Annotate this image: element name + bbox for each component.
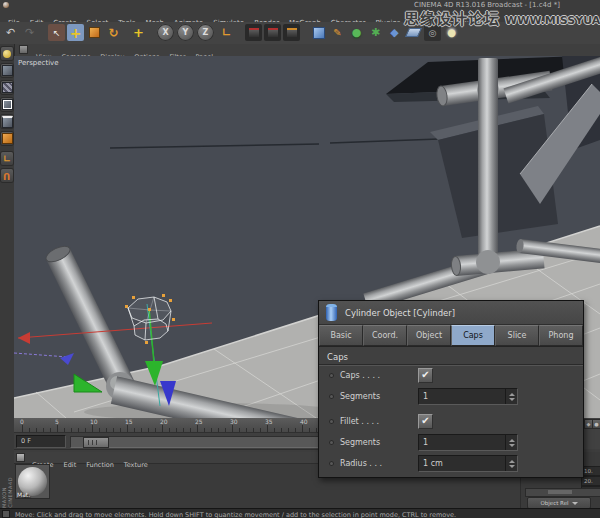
ruler-tick [64, 428, 65, 432]
fillet-segments-stepper[interactable]: 1 [418, 434, 518, 451]
axis-mode-icon[interactable] [1, 152, 13, 165]
material-menu-texture[interactable]: Texture [119, 459, 153, 469]
ruler-tick [78, 428, 79, 432]
anim-dot-icon[interactable] [329, 373, 334, 378]
snap-icon[interactable] [1, 169, 13, 182]
tab-basic[interactable]: Basic [319, 325, 363, 346]
ruler-tick [169, 428, 170, 432]
ruler-tick [141, 428, 142, 432]
deformer-icon[interactable] [386, 24, 403, 41]
ruler-tick [106, 428, 107, 432]
model-mode-icon[interactable] [1, 64, 13, 77]
current-frame-field[interactable]: 0 F [16, 435, 66, 448]
axis-x-label: X [162, 28, 168, 37]
live-selection-icon[interactable] [48, 24, 65, 41]
render-picture-viewer-icon[interactable] [264, 24, 281, 41]
fillet-segments-label: Segments [340, 438, 418, 447]
ruler-tick [36, 428, 37, 432]
ruler-tick [57, 425, 58, 432]
viewport-camera-label[interactable]: Perspective [18, 59, 59, 67]
ruler-tick [85, 428, 86, 432]
move-icon[interactable] [67, 24, 84, 41]
anim-dot-icon[interactable] [329, 394, 334, 399]
rotate-icon[interactable] [105, 24, 122, 41]
last-tool-icon[interactable] [130, 24, 147, 41]
fillet-checkbox[interactable]: ✔ [418, 414, 433, 429]
ruler-tick [274, 428, 275, 432]
tab-object[interactable]: Object [407, 325, 451, 346]
spinner-arrows-icon[interactable] [505, 389, 517, 404]
ruler-tick [113, 428, 114, 432]
attribute-panel-title: Cylinder Object [Cylinder] [345, 308, 455, 318]
spinner-arrows-icon[interactable] [505, 435, 517, 450]
make-editable-icon[interactable] [1, 47, 13, 60]
ruler-tick [204, 428, 205, 432]
ruler-tick [253, 428, 254, 432]
coordinates-scrollbar[interactable] [525, 488, 600, 497]
coordinate-system-icon[interactable] [218, 24, 235, 41]
axis-y-label: Y [183, 28, 189, 37]
ruler-tick [22, 425, 23, 432]
material-menu-function[interactable]: Function [81, 459, 119, 469]
tab-phong[interactable]: Phong [539, 325, 583, 346]
render-view-icon[interactable] [245, 24, 262, 41]
dropdown-arrow-icon [572, 502, 578, 505]
radius-row: Radius . . . 1 cm [319, 453, 583, 474]
axis-y-icon[interactable]: Y [177, 24, 194, 41]
material-manager-icon[interactable] [17, 454, 24, 461]
cap-segments-value[interactable]: 1 [419, 392, 505, 401]
material-thumbnail[interactable]: Mat. [16, 465, 49, 498]
timeline-slider-handle[interactable] [83, 437, 109, 448]
ruler-tick [148, 428, 149, 432]
tab-coord[interactable]: Coord. [363, 325, 407, 346]
caps-checkbox[interactable]: ✔ [418, 368, 433, 383]
status-text: Move: Click and drag to move elements. H… [15, 511, 456, 518]
anim-dot-icon[interactable] [329, 440, 334, 445]
ruler-tick [211, 428, 212, 432]
radius-stepper[interactable]: 1 cm [418, 455, 518, 472]
mograph-icon[interactable] [367, 24, 384, 41]
ruler-label: 40 [300, 418, 308, 425]
ruler-label: 20 [160, 418, 168, 425]
attribute-manager-panel: Cylinder Object [Cylinder] BasicCoord.Ob… [318, 300, 584, 478]
cap-segments-row: Segments 1 [319, 386, 583, 407]
point-mode-icon[interactable] [1, 98, 13, 111]
ruler-label: 15 [125, 418, 133, 425]
axis-x-icon[interactable]: X [157, 24, 174, 41]
coordinate-mode-label: Object Rel [540, 500, 568, 506]
edge-mode-icon[interactable] [1, 115, 13, 128]
watermark: 思缘设计论坛 WWW.MISSYUAN.COM [404, 7, 600, 28]
texture-mode-icon[interactable] [1, 81, 13, 94]
cap-segments-stepper[interactable]: 1 [418, 388, 518, 405]
subdivision-surface-icon[interactable] [348, 24, 365, 41]
attribute-panel-header[interactable]: Cylinder Object [Cylinder] [319, 301, 583, 325]
material-menu-edit[interactable]: Edit [59, 459, 82, 469]
primitive-cube-icon[interactable] [310, 24, 327, 41]
ruler-tick [218, 428, 219, 432]
branding-cinema4d: CINEMA4D [7, 477, 13, 508]
material-name: Mat. [17, 491, 30, 498]
tab-slice[interactable]: Slice [495, 325, 539, 346]
ruler-tick [309, 428, 310, 432]
keyframe-button[interactable]: ◆ [585, 420, 592, 428]
ruler-tick [295, 428, 296, 432]
anim-dot-icon[interactable] [329, 461, 334, 466]
ruler-tick [316, 428, 317, 432]
fillet-segments-value[interactable]: 1 [419, 438, 505, 447]
spinner-arrows-icon[interactable] [505, 456, 517, 471]
ruler-tick [127, 425, 128, 432]
scale-icon[interactable] [86, 24, 103, 41]
axis-z-icon[interactable]: Z [197, 24, 214, 41]
tab-caps[interactable]: Caps [451, 325, 495, 346]
radius-value[interactable]: 1 cm [419, 459, 505, 468]
anim-dot-icon[interactable] [329, 419, 334, 424]
spline-pen-icon[interactable] [329, 24, 346, 41]
ruler-label: 25 [195, 418, 203, 425]
caps-row: Caps . . . . ✔ [319, 365, 583, 386]
edit-render-settings-icon[interactable] [283, 24, 300, 41]
polygon-mode-icon[interactable] [1, 132, 13, 145]
redo-icon[interactable] [21, 24, 38, 41]
record-button[interactable]: ● [593, 420, 600, 428]
viewport-grid-icon[interactable] [20, 46, 27, 53]
undo-icon[interactable] [2, 24, 19, 41]
